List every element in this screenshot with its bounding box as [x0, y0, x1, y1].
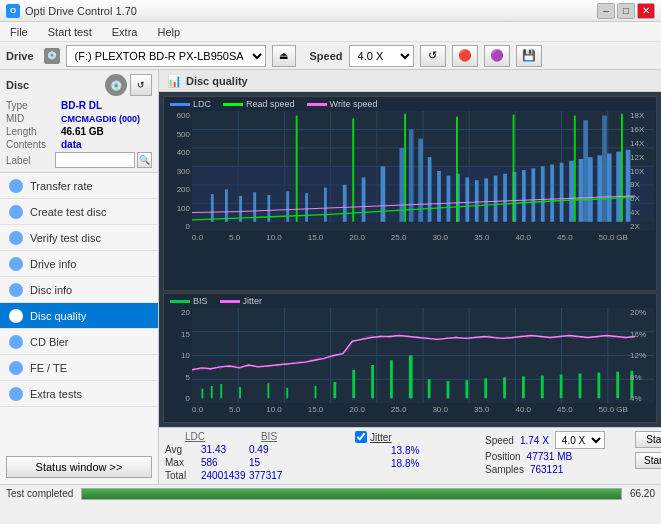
stats-bar: LDC BIS Avg 31.43 0.49 Max 586 15 Total …: [159, 427, 661, 484]
total-bis: 377317: [249, 470, 289, 481]
speed-stat-select[interactable]: 4.0 X: [555, 431, 605, 449]
write-speed-legend: Write speed: [330, 99, 378, 109]
svg-rect-76: [220, 384, 222, 398]
nav-verify-test-disc[interactable]: Verify test disc: [0, 225, 158, 251]
type-label: Type: [6, 100, 61, 111]
svg-rect-30: [428, 157, 432, 222]
svg-rect-88: [465, 380, 468, 398]
svg-rect-96: [616, 372, 619, 399]
svg-rect-54: [296, 116, 298, 222]
svg-rect-58: [513, 115, 515, 222]
ldc-legend: LDC: [193, 99, 211, 109]
disc-section-label: Disc: [6, 79, 29, 91]
progress-bar: [81, 488, 622, 500]
svg-rect-32: [447, 176, 451, 222]
svg-rect-60: [621, 114, 623, 222]
label-search-btn[interactable]: 🔍: [137, 152, 152, 168]
drive-label: Drive: [6, 50, 34, 62]
nav-fe-te[interactable]: FE / TE: [0, 355, 158, 381]
svg-rect-49: [597, 155, 602, 221]
menu-start-test[interactable]: Start test: [42, 24, 98, 40]
drive-select[interactable]: (F:) PLEXTOR BD-R PX-LB950SA 1.06: [66, 45, 266, 67]
max-bis: 15: [249, 457, 289, 468]
nav-cd-bier[interactable]: CD Bier: [0, 329, 158, 355]
svg-rect-45: [569, 161, 574, 222]
app-icon: O: [6, 4, 20, 18]
disc-panel: Disc 💿 ↺ Type BD-R DL MID CMCMAGDI6 (000…: [0, 70, 158, 173]
svg-rect-35: [475, 180, 479, 222]
label-input[interactable]: [55, 152, 135, 168]
menu-bar: File Start test Extra Help: [0, 22, 661, 42]
svg-rect-20: [267, 195, 270, 222]
menu-file[interactable]: File: [4, 24, 34, 40]
status-window-button[interactable]: Status window >>: [6, 456, 152, 478]
svg-rect-22: [305, 193, 308, 222]
start-full-button[interactable]: Start full: [635, 431, 661, 448]
disc-label-label: Label: [6, 155, 55, 166]
svg-rect-55: [352, 118, 354, 221]
contents-value: data: [61, 139, 82, 150]
nav-drive-info[interactable]: Drive info: [0, 251, 158, 277]
length-label: Length: [6, 126, 61, 137]
svg-rect-78: [267, 383, 269, 398]
position-value: 47731 MB: [527, 451, 573, 462]
svg-rect-26: [381, 166, 386, 221]
content-header: 📊 Disc quality: [159, 70, 661, 92]
nav-transfer-rate[interactable]: Transfer rate: [0, 173, 158, 199]
svg-rect-85: [409, 356, 413, 399]
svg-rect-87: [447, 381, 450, 398]
svg-rect-74: [201, 389, 203, 399]
svg-rect-91: [522, 376, 525, 398]
max-ldc: 586: [201, 457, 245, 468]
settings-button2[interactable]: 🟣: [484, 45, 510, 67]
mid-value: CMCMAGDI6 (000): [61, 114, 140, 124]
menu-help[interactable]: Help: [151, 24, 186, 40]
nav-disc-info[interactable]: Disc info: [0, 277, 158, 303]
status-bar: Test completed 66.20: [0, 484, 661, 502]
contents-label: Contents: [6, 139, 61, 150]
avg-label: Avg: [165, 444, 197, 455]
avg-jitter: 13.8%: [391, 445, 419, 456]
svg-rect-81: [333, 382, 336, 398]
settings-button1[interactable]: 🔴: [452, 45, 478, 67]
svg-rect-17: [225, 189, 228, 221]
svg-rect-43: [550, 165, 554, 222]
maximize-button[interactable]: □: [617, 3, 635, 19]
disc-icon: 💿: [105, 74, 127, 96]
svg-rect-24: [343, 185, 347, 222]
bottom-chart: BIS Jitter: [163, 293, 657, 423]
disc-refresh-btn[interactable]: ↺: [130, 74, 152, 96]
menu-extra[interactable]: Extra: [106, 24, 144, 40]
svg-rect-37: [494, 176, 498, 222]
svg-rect-16: [211, 194, 214, 222]
save-button[interactable]: 💾: [516, 45, 542, 67]
bis-column-header: BIS: [249, 431, 289, 442]
svg-rect-82: [352, 370, 355, 399]
svg-rect-56: [404, 114, 406, 222]
svg-rect-94: [579, 374, 582, 399]
refresh-button[interactable]: ↺: [420, 45, 446, 67]
top-chart: LDC Read speed Write speed: [163, 96, 657, 291]
max-jitter: 18.8%: [391, 458, 419, 469]
svg-rect-23: [324, 188, 327, 222]
nav-create-test-disc[interactable]: Create test disc: [0, 199, 158, 225]
progress-text: 66.20: [630, 488, 655, 499]
read-speed-legend: Read speed: [246, 99, 295, 109]
speed-stat-label: Speed: [485, 435, 514, 446]
jitter-legend: Jitter: [243, 296, 263, 306]
progress-fill: [82, 489, 621, 499]
nav-items: Transfer rate Create test disc Verify te…: [0, 173, 158, 450]
nav-extra-tests[interactable]: Extra tests: [0, 381, 158, 407]
nav-disc-quality[interactable]: Disc quality: [0, 303, 158, 329]
svg-rect-90: [503, 377, 506, 398]
start-part-button[interactable]: Start part: [635, 452, 661, 469]
eject-button[interactable]: ⏏: [272, 45, 296, 67]
total-label: Total: [165, 470, 197, 481]
svg-rect-92: [541, 375, 544, 398]
speed-select[interactable]: 4.0 X: [349, 45, 414, 67]
close-button[interactable]: ✕: [637, 3, 655, 19]
jitter-checkbox[interactable]: [355, 431, 367, 443]
app-title: Opti Drive Control 1.70: [25, 5, 137, 17]
minimize-button[interactable]: –: [597, 3, 615, 19]
svg-rect-34: [465, 177, 469, 221]
